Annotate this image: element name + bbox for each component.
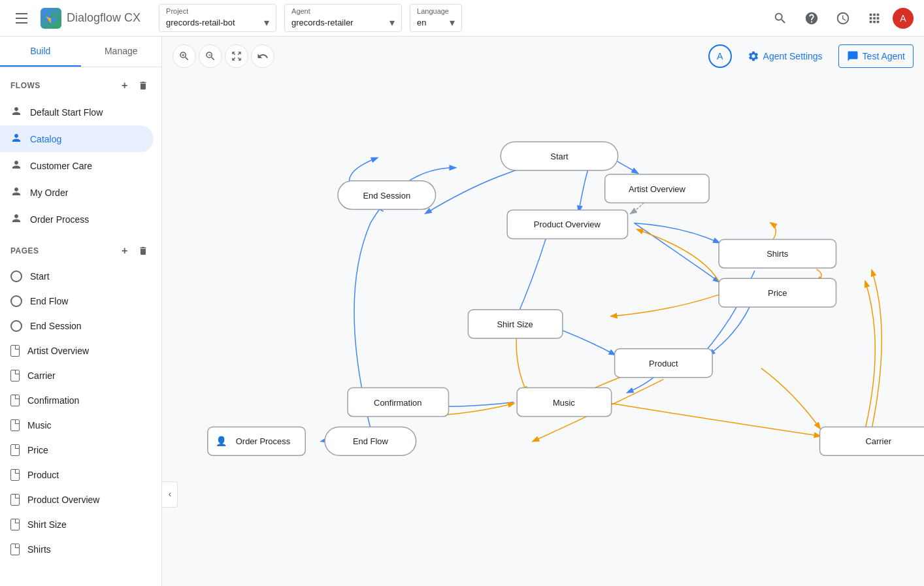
add-page-button[interactable]: + [117, 243, 133, 259]
svg-text:Start: Start [550, 152, 569, 161]
sidebar-item-customer-care[interactable]: Customer Care [0, 152, 154, 179]
language-value: en [417, 18, 426, 27]
sidebar-item-label: Shirt Size [27, 519, 67, 530]
canvas-agent-avatar[interactable]: A [708, 44, 732, 68]
search-button[interactable] [767, 5, 793, 31]
circle-icon [10, 270, 22, 282]
language-dropdown[interactable]: Language en ▾ [410, 4, 462, 32]
sidebar-item-product[interactable]: Product [0, 463, 154, 487]
logo-icon [41, 8, 61, 29]
sidebar-collapse-button[interactable] [162, 481, 178, 508]
doc-icon [10, 395, 20, 406]
sidebar-item-artist-overview[interactable]: Artist Overview [0, 338, 154, 363]
canvas-area[interactable]: A Agent Settings Test Agent [162, 37, 924, 586]
agent-settings-label: Agent Settings [763, 51, 823, 61]
svg-text:👤: 👤 [216, 436, 227, 447]
circle-icon [10, 320, 22, 332]
project-value: grecords-retail-bot [166, 18, 235, 27]
sidebar-item-label: Product [27, 470, 59, 480]
project-label: Project [166, 7, 269, 15]
test-agent-button[interactable]: Test Agent [838, 44, 914, 68]
pages-actions: + [117, 243, 151, 259]
sidebar-item-label: End Session [30, 321, 82, 331]
add-flow-button[interactable]: + [117, 78, 133, 93]
sidebar-item-product-overview[interactable]: Product Overview [0, 487, 154, 512]
sidebar-item-my-order[interactable]: My Order [0, 179, 154, 206]
doc-icon [10, 444, 20, 456]
flows-actions: + [117, 78, 151, 93]
svg-text:Music: Music [553, 398, 575, 408]
svg-text:End Session: End Session [363, 191, 410, 201]
sidebar-item-end-session[interactable]: End Session [0, 314, 154, 338]
sidebar-item-music[interactable]: Music [0, 413, 154, 438]
sidebar-item-label: Shirts [27, 544, 51, 555]
flow-person-icon [10, 159, 22, 172]
sidebar-item-start[interactable]: Start [0, 264, 154, 289]
tab-manage[interactable]: Manage [81, 37, 162, 67]
help-button[interactable] [799, 5, 825, 31]
delete-page-button[interactable] [135, 243, 151, 259]
user-avatar[interactable]: A [893, 8, 914, 29]
sidebar-item-shirt-size[interactable]: Shirt Size [0, 512, 154, 537]
delete-flow-button[interactable] [135, 78, 151, 93]
sidebar-item-label: Product Overview [27, 495, 99, 505]
sidebar-item-shirts[interactable]: Shirts [0, 537, 154, 562]
sidebar-item-label: My Order [30, 187, 68, 198]
sidebar-item-label: Artist Overview [27, 346, 89, 356]
sidebar-item-label: Carrier [27, 370, 56, 381]
menu-button[interactable] [10, 8, 33, 29]
agent-settings-button[interactable]: Agent Settings [740, 45, 831, 67]
svg-text:Shirts: Shirts [767, 249, 788, 259]
agent-label: Agent [291, 7, 395, 15]
svg-text:Product: Product [649, 359, 678, 368]
flow-person-icon [10, 186, 22, 199]
doc-icon [10, 544, 20, 555]
sidebar-item-end-flow[interactable]: End Flow [0, 289, 154, 314]
sidebar-item-label: Start [30, 271, 50, 282]
sidebar-item-carrier[interactable]: Carrier [0, 363, 154, 388]
sidebar-item-order-process[interactable]: Order Process [0, 206, 154, 233]
flows-section-header: FLOWS + [0, 67, 161, 99]
zoom-out-button[interactable] [199, 44, 222, 68]
sidebar-item-confirmation[interactable]: Confirmation [0, 388, 154, 413]
svg-text:Carrier: Carrier [865, 436, 891, 446]
pages-section-header: PAGES + [0, 233, 161, 264]
svg-text:End Flow: End Flow [353, 436, 389, 446]
sidebar-item-label: Music [27, 420, 52, 431]
tab-build[interactable]: Build [0, 37, 81, 67]
topbar-right: A [767, 5, 914, 31]
zoom-in-button[interactable] [173, 44, 196, 68]
sidebar-item-label: End Flow [30, 296, 68, 306]
svg-text:Confirmation: Confirmation [374, 398, 421, 408]
svg-text:Product Overview: Product Overview [534, 220, 601, 229]
undo-button[interactable] [251, 44, 274, 68]
fit-button[interactable] [225, 44, 248, 68]
pages-label: PAGES [10, 246, 39, 255]
sidebar: Build Manage FLOWS + Default Start Flow [0, 37, 162, 586]
doc-icon [10, 370, 20, 382]
svg-text:Shirt Size: Shirt Size [497, 319, 533, 329]
flows-label: FLOWS [10, 81, 41, 90]
language-label: Language [417, 7, 455, 15]
sidebar-item-label: Default Start Flow [30, 107, 103, 118]
sidebar-item-price[interactable]: Price [0, 438, 154, 463]
test-agent-label: Test Agent [863, 51, 905, 61]
canvas-top-right: A Agent Settings Test Agent [708, 44, 914, 68]
sidebar-item-default-start-flow[interactable]: Default Start Flow [0, 99, 154, 125]
app-name: Dialogflow CX [67, 11, 140, 25]
agent-value: grecords-retailer [291, 18, 354, 27]
svg-text:Price: Price [768, 288, 787, 298]
flow-person-icon [10, 105, 22, 119]
agent-chevron-icon: ▾ [389, 16, 395, 29]
apps-button[interactable] [861, 5, 887, 31]
topbar: Dialogflow CX Project grecords-retail-bo… [0, 0, 924, 37]
sidebar-tabs: Build Manage [0, 37, 161, 67]
sidebar-item-catalog[interactable]: Catalog [0, 125, 154, 152]
language-chevron-icon: ▾ [450, 16, 455, 29]
agent-dropdown[interactable]: Agent grecords-retailer ▾ [284, 4, 402, 32]
doc-icon [10, 419, 20, 431]
project-dropdown[interactable]: Project grecords-retail-bot ▾ [159, 4, 276, 32]
svg-text:Artist Overview: Artist Overview [629, 184, 686, 194]
main-layout: Build Manage FLOWS + Default Start Flow [0, 37, 924, 586]
timer-button[interactable] [830, 5, 856, 31]
